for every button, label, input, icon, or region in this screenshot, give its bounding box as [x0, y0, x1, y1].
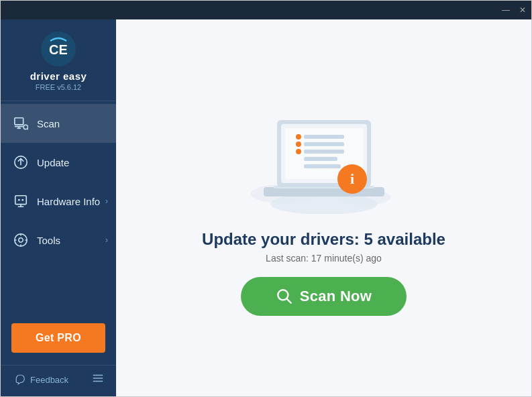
sidebar-item-hardware-info-label: Hardware Info [37, 196, 100, 207]
scan-now-button[interactable]: Scan Now [241, 277, 407, 316]
feedback-button[interactable]: Feedback [13, 374, 68, 386]
last-scan-text: Last scan: 17 minute(s) ago [266, 253, 382, 264]
logo-text: driver easy [30, 70, 87, 82]
laptop-illustration: i [244, 100, 405, 214]
close-button[interactable]: ✕ [519, 6, 526, 14]
get-pro-button[interactable]: Get PRO [11, 323, 105, 353]
app-window: — ✕ CE driver easy FREE v5.6.12 [0, 0, 532, 397]
update-heading: Update your drivers: 5 available [202, 230, 445, 249]
scan-icon [13, 115, 29, 131]
title-bar: — ✕ [1, 1, 531, 19]
feedback-label: Feedback [30, 375, 68, 385]
svg-rect-36 [304, 164, 341, 168]
sidebar-item-hardware-info[interactable]: Hardware Info › [1, 182, 116, 221]
scan-now-label: Scan Now [300, 288, 372, 305]
svg-point-14 [21, 199, 23, 201]
sidebar-item-update-label: Update [37, 157, 69, 168]
minimize-button[interactable]: — [502, 6, 510, 14]
svg-text:CE: CE [49, 42, 68, 57]
main-content: i Update your drivers: 5 available Last … [116, 19, 531, 396]
svg-rect-2 [15, 118, 23, 125]
app-logo-icon: CE [41, 32, 76, 66]
tools-icon [13, 232, 29, 248]
svg-point-39 [296, 149, 301, 154]
content-center: i Update your drivers: 5 available Last … [189, 87, 459, 329]
sidebar-logo: CE driver easy FREE v5.6.12 [1, 19, 116, 101]
sidebar-item-scan-label: Scan [37, 118, 60, 129]
svg-rect-33 [304, 142, 344, 146]
sidebar-item-tools-label: Tools [37, 235, 60, 246]
svg-rect-10 [15, 196, 27, 205]
list-icon[interactable] [92, 372, 104, 387]
svg-line-43 [287, 299, 291, 303]
hardware-info-chevron-icon: › [105, 196, 108, 206]
svg-point-38 [296, 141, 301, 147]
svg-rect-34 [304, 150, 344, 154]
tools-chevron-icon: › [105, 235, 108, 245]
logo-version: FREE v5.6.12 [36, 83, 81, 91]
svg-line-7 [28, 129, 28, 129]
svg-text:i: i [350, 170, 354, 187]
scan-now-icon [276, 288, 293, 305]
svg-rect-32 [304, 135, 344, 139]
svg-point-13 [18, 199, 20, 201]
svg-point-37 [296, 134, 301, 139]
feedback-icon [13, 374, 25, 386]
sidebar-item-update[interactable]: Update [1, 143, 116, 182]
svg-point-6 [23, 125, 28, 129]
svg-rect-35 [304, 157, 337, 161]
sidebar: CE driver easy FREE v5.6.12 [1, 19, 116, 396]
sidebar-nav: Scan Update [1, 101, 116, 315]
hardware-info-icon [13, 193, 29, 209]
svg-point-15 [15, 234, 27, 246]
update-icon [13, 154, 29, 170]
svg-point-16 [19, 238, 23, 242]
sidebar-item-scan[interactable]: Scan [1, 104, 116, 143]
app-body: CE driver easy FREE v5.6.12 [1, 19, 531, 396]
sidebar-item-tools[interactable]: Tools › [1, 221, 116, 260]
svg-rect-27 [264, 187, 384, 196]
sidebar-footer: Feedback [1, 365, 116, 396]
title-bar-controls: — ✕ [502, 6, 526, 14]
